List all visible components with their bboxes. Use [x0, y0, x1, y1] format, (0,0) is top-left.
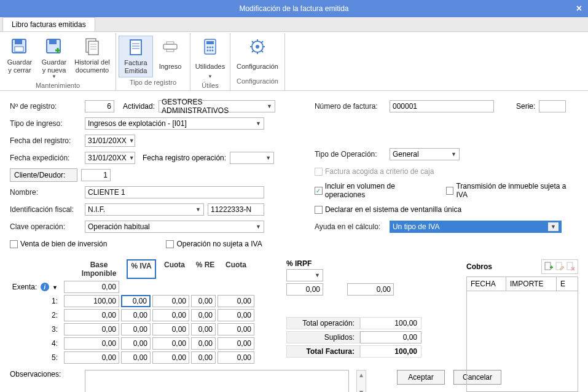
chevron-down-icon: ▼ — [256, 224, 261, 230]
venta-inversion-check[interactable]: Venta de bien de inversión — [10, 240, 107, 248]
tipo-ingreso-combo[interactable]: Ingresos de explotación - [I01]▼ — [85, 117, 264, 130]
r3-bi-input[interactable] — [64, 323, 119, 335]
tax-row-2: 2: — [10, 309, 280, 321]
col-irpf: % IRPF — [286, 259, 321, 268]
ribbon-label: Ingreso — [159, 58, 182, 75]
r2-cuota1-input[interactable] — [152, 309, 189, 321]
transmision-check[interactable]: Transmisión de inmueble sujeta a IVA — [446, 182, 578, 199]
tax-row-5: 5: — [10, 351, 280, 364]
ayuda-calculo-combo[interactable]: Un tipo de IVA▼ — [390, 221, 562, 233]
utilidades-button[interactable]: Utilidades ▼ — [193, 36, 227, 80]
r3-iva-input[interactable] — [121, 323, 151, 335]
r5-cuota2-input[interactable] — [218, 351, 254, 364]
invoice-icon — [126, 37, 146, 57]
chevron-down-icon[interactable]: ▼ — [52, 284, 58, 291]
r1-cuota2-input[interactable] — [218, 295, 254, 307]
checkbox-icon — [315, 168, 323, 176]
cobros-table[interactable]: FECHA IMPORTE E — [466, 276, 578, 392]
checkbox-icon — [315, 206, 323, 214]
r4-cuota1-input[interactable] — [152, 337, 189, 350]
ribbon-group-title: Mantenimiento — [36, 82, 80, 89]
r1-cuota1-input[interactable] — [152, 295, 189, 307]
fecha-reg-op-label: Fecha registro operación: — [143, 154, 226, 162]
r5-cuota1-input[interactable] — [152, 351, 189, 364]
gear-icon — [248, 37, 267, 57]
ident-fiscal-tipo-combo[interactable]: N.I.F.▼ — [85, 203, 204, 216]
close-icon[interactable]: × — [576, 0, 582, 17]
r4-bi-input[interactable] — [64, 337, 119, 350]
r5-re-input[interactable] — [191, 351, 216, 364]
delete-item-icon[interactable] — [566, 262, 576, 272]
row-label: 2: — [10, 311, 64, 319]
info-icon[interactable]: i — [41, 283, 49, 291]
nombre-input[interactable] — [85, 186, 264, 198]
combo-value: Un tipo de IVA — [393, 222, 440, 231]
guardar-cerrar-button[interactable]: Guardar y cerrar — [2, 36, 37, 80]
chevron-down-icon: ▼ — [265, 155, 271, 161]
fecha-exp-input[interactable]: 31/01/20XX▼ — [85, 152, 135, 164]
actividad-combo[interactable]: GESTORES ADMINISTRATIVOS▼ — [159, 100, 275, 112]
combo-value: 31/01/20XX — [88, 136, 127, 145]
guardar-nueva-button[interactable]: Guardar y nueva ▼ — [37, 36, 71, 80]
observaciones-input[interactable] — [85, 370, 349, 392]
textarea-scrollbar[interactable]: ▴▾ — [356, 370, 366, 392]
fecha-registro-input[interactable]: 31/01/20XX▼ — [85, 135, 135, 147]
ident-fiscal-num-input[interactable] — [208, 203, 264, 216]
r2-bi-input[interactable] — [64, 309, 119, 321]
aceptar-button[interactable]: Aceptar — [397, 370, 445, 385]
check-label: Incluir en volumen de operaciones — [325, 182, 436, 199]
cliente-id-input[interactable] — [81, 169, 111, 181]
form-area: Nº de registro: Actividad: GESTORES ADMI… — [0, 91, 588, 259]
svg-rect-10 — [130, 40, 141, 55]
chevron-down-icon: ▼ — [208, 74, 213, 79]
tax-area: Base Imponible % IVA Cuota % RE Cuota Ex… — [0, 259, 588, 364]
irpf-c1-input[interactable] — [286, 283, 323, 296]
ingreso-button[interactable]: Ingreso — [153, 36, 187, 77]
exenta-bi-input[interactable] — [64, 281, 119, 293]
r2-re-input[interactable] — [191, 309, 216, 321]
declarar-ventanilla-check[interactable]: Declarar en el sistema de ventanilla úni… — [315, 205, 461, 214]
historial-button[interactable]: Historial del documento — [71, 36, 113, 80]
cliente-deudor-button[interactable]: Cliente/Deudor: — [10, 168, 77, 182]
add-item-icon[interactable] — [544, 262, 554, 272]
edit-item-icon[interactable] — [555, 262, 565, 272]
clave-op-combo[interactable]: Operación habitual▼ — [85, 221, 264, 233]
r3-re-input[interactable] — [191, 323, 216, 335]
tab-libro-emitidas[interactable]: Libro facturas emitidas — [2, 17, 95, 31]
ribbon-group-title: Configuración — [237, 77, 278, 85]
serie-input[interactable] — [539, 100, 566, 112]
r1-bi-input[interactable] — [64, 295, 119, 307]
r4-re-input[interactable] — [191, 337, 216, 350]
check-label: Venta de bien de inversión — [20, 240, 107, 248]
fecha-registro-label: Fecha del registro: — [10, 136, 81, 145]
op-no-iva-check[interactable]: Operación no sujeta a IVA — [166, 240, 262, 248]
r3-cuota2-input[interactable] — [218, 323, 254, 335]
r3-cuota1-input[interactable] — [152, 323, 189, 335]
r4-cuota2-input[interactable] — [218, 337, 254, 350]
row-label: 4: — [10, 339, 64, 348]
r5-iva-input[interactable] — [121, 351, 151, 364]
r5-bi-input[interactable] — [64, 351, 119, 364]
calculator-icon — [200, 37, 220, 57]
fecha-reg-op-input[interactable]: ▼ — [230, 152, 274, 164]
suplidos-input[interactable] — [360, 331, 421, 343]
r1-iva-input[interactable] — [121, 295, 151, 307]
num-registro-input[interactable] — [85, 100, 114, 112]
ribbon-group-title: Tipo de registro — [130, 79, 176, 86]
num-factura-input[interactable] — [390, 100, 494, 112]
irpf-c2-input[interactable] — [347, 283, 394, 296]
r4-iva-input[interactable] — [121, 337, 151, 350]
svg-point-20 — [210, 47, 211, 49]
tipo-operacion-combo[interactable]: General▼ — [390, 148, 460, 160]
combo-value: Ingresos de explotación - [I01] — [88, 119, 187, 128]
factura-caja-check[interactable]: Factura acogida a criterio de caja — [315, 167, 434, 176]
r2-iva-input[interactable] — [121, 309, 151, 321]
incluir-volumen-check[interactable]: ✓Incluir en volumen de operaciones — [315, 182, 436, 199]
svg-point-26 — [256, 45, 259, 49]
tax-row-4: 4: — [10, 337, 280, 350]
factura-emitida-button[interactable]: Factura Emitida — [119, 36, 153, 77]
r1-re-input[interactable] — [191, 295, 216, 307]
configuracion-button[interactable]: Configuración — [233, 36, 282, 76]
irpf-combo[interactable]: ▼ — [286, 269, 323, 281]
r2-cuota2-input[interactable] — [218, 309, 254, 321]
